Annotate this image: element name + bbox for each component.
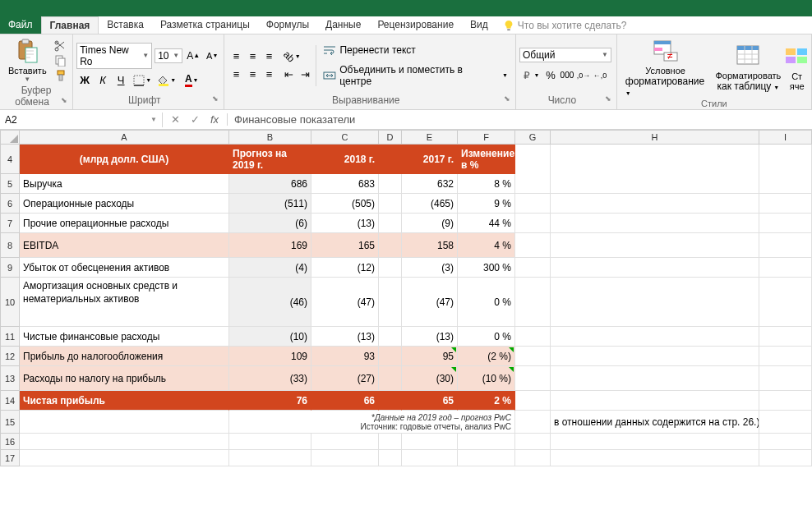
- cell[interactable]: [515, 278, 551, 327]
- cell[interactable]: Убыток от обесценения активов: [20, 258, 229, 278]
- cell[interactable]: (13): [311, 214, 379, 233]
- cut-button[interactable]: [54, 40, 67, 52]
- cell[interactable]: 66: [311, 391, 379, 411]
- row-header-4[interactable]: 4: [0, 145, 20, 174]
- cell[interactable]: [551, 347, 759, 366]
- decrease-decimal-button[interactable]: ←,0: [592, 67, 608, 84]
- cell[interactable]: [551, 194, 759, 214]
- comma-format-button[interactable]: 000: [559, 67, 575, 84]
- align-top-button[interactable]: ≡: [228, 48, 244, 65]
- cell[interactable]: [551, 278, 759, 327]
- orientation-button[interactable]: ab▼: [280, 48, 303, 65]
- cell[interactable]: [458, 450, 515, 466]
- cell[interactable]: [759, 411, 812, 434]
- cell[interactable]: (46): [229, 278, 311, 327]
- cell[interactable]: [551, 450, 759, 466]
- cell[interactable]: (13): [311, 327, 379, 347]
- cell[interactable]: [515, 411, 551, 434]
- cell[interactable]: (3): [402, 258, 458, 278]
- row-header-6[interactable]: 6: [0, 194, 20, 214]
- cell[interactable]: [515, 391, 551, 411]
- cell[interactable]: [759, 366, 812, 391]
- cell[interactable]: [759, 258, 812, 278]
- col-header-A[interactable]: A: [20, 130, 229, 145]
- percent-format-button[interactable]: %: [542, 67, 559, 84]
- tab-formulas[interactable]: Формулы: [258, 16, 317, 34]
- cell[interactable]: [759, 214, 812, 233]
- cell[interactable]: (10): [229, 327, 311, 347]
- cell[interactable]: 2018 г.: [311, 145, 379, 174]
- fill-color-button[interactable]: ▼: [155, 72, 178, 89]
- col-header-E[interactable]: E: [402, 130, 458, 145]
- cell[interactable]: [379, 233, 402, 258]
- row-header-16[interactable]: 16: [0, 434, 20, 450]
- cell[interactable]: [551, 434, 759, 450]
- decrease-indent-button[interactable]: ⇤: [280, 67, 297, 83]
- tell-me-search[interactable]: Что вы хотите сделать?: [496, 16, 634, 34]
- cell[interactable]: [402, 450, 458, 466]
- cell[interactable]: (6): [229, 214, 311, 233]
- number-dialog-launcher[interactable]: ⬊: [605, 94, 611, 103]
- number-format-combo[interactable]: Общий▼: [519, 48, 611, 62]
- cell[interactable]: [515, 194, 551, 214]
- cell[interactable]: [551, 214, 759, 233]
- row-header-7[interactable]: 7: [0, 214, 20, 233]
- cell[interactable]: [551, 258, 759, 278]
- align-dialog-launcher[interactable]: ⬊: [504, 94, 510, 103]
- cell[interactable]: [379, 327, 402, 347]
- cell[interactable]: 76: [229, 391, 311, 411]
- col-header-G[interactable]: G: [515, 130, 551, 145]
- cell[interactable]: (33): [229, 366, 311, 391]
- tab-layout[interactable]: Разметка страницы: [152, 16, 258, 34]
- cell[interactable]: [515, 145, 551, 174]
- font-color-button[interactable]: A▼: [180, 72, 203, 89]
- cell[interactable]: (2 %): [458, 347, 515, 366]
- cell[interactable]: [20, 434, 229, 450]
- cell[interactable]: 4 %: [458, 233, 515, 258]
- cell[interactable]: Прочие операционные расходы: [20, 214, 229, 233]
- wrap-text-button[interactable]: Перенести текст: [319, 43, 512, 57]
- cell[interactable]: [20, 450, 229, 466]
- cell[interactable]: 93: [311, 347, 379, 366]
- cell[interactable]: [515, 233, 551, 258]
- cell[interactable]: [759, 450, 812, 466]
- cell[interactable]: в отношении данных содержится на стр. 26…: [551, 411, 759, 434]
- font-size-combo[interactable]: 10▼: [155, 48, 182, 63]
- cell[interactable]: Прогноз на 2019 г.: [229, 145, 311, 174]
- cell[interactable]: [311, 450, 379, 466]
- increase-indent-button[interactable]: ⇥: [297, 67, 313, 83]
- cell[interactable]: Операционные расходы: [20, 194, 229, 214]
- row-header-12[interactable]: 12: [0, 347, 20, 366]
- cell[interactable]: [311, 434, 379, 450]
- cell[interactable]: 300 %: [458, 258, 515, 278]
- cell[interactable]: [551, 327, 759, 347]
- cell[interactable]: 109: [229, 347, 311, 366]
- cell[interactable]: Выручка: [20, 174, 229, 194]
- conditional-formatting-button[interactable]: ≠ Условное форматирование ▼: [621, 36, 711, 99]
- col-header-H[interactable]: H: [551, 130, 759, 145]
- cell[interactable]: 0 %: [458, 327, 515, 347]
- cell[interactable]: [515, 347, 551, 366]
- cell[interactable]: (10 %): [458, 366, 515, 391]
- cell[interactable]: [229, 450, 311, 466]
- cell[interactable]: (511): [229, 194, 311, 214]
- cell[interactable]: [551, 145, 759, 174]
- cell[interactable]: (13): [402, 327, 458, 347]
- cell[interactable]: [379, 214, 402, 233]
- cell[interactable]: (12): [311, 258, 379, 278]
- italic-button[interactable]: К: [95, 72, 111, 89]
- cell[interactable]: [379, 347, 402, 366]
- cell[interactable]: Чистые финансовые расходы: [20, 327, 229, 347]
- cell[interactable]: 8 %: [458, 174, 515, 194]
- cell[interactable]: [515, 366, 551, 391]
- cell[interactable]: EBITDA: [20, 233, 229, 258]
- clipboard-dialog-launcher[interactable]: ⬊: [61, 96, 67, 104]
- tab-view[interactable]: Вид: [462, 16, 496, 34]
- cell-styles-button[interactable]: Ст яче: [786, 42, 808, 93]
- footnote-cell[interactable]: *Данные на 2019 год – прогноз PwCИсточни…: [229, 411, 515, 434]
- cell[interactable]: [759, 434, 812, 450]
- cell[interactable]: [759, 194, 812, 214]
- tab-file[interactable]: Файл: [0, 16, 41, 34]
- cell[interactable]: [379, 450, 402, 466]
- row-header-10[interactable]: 10: [0, 278, 20, 327]
